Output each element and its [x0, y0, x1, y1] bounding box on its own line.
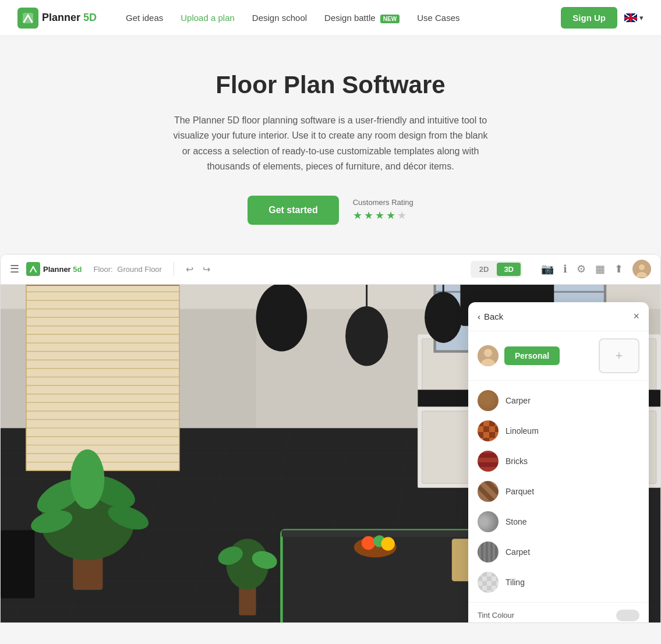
logo-text: Planner 5D	[42, 12, 97, 24]
material-panel: ‹ Back × Personal +	[468, 302, 649, 622]
svg-point-78	[70, 449, 104, 508]
undo-button[interactable]: ↩	[183, 261, 196, 277]
svg-point-89	[362, 536, 375, 549]
lang-chevron-icon: ▾	[639, 13, 644, 22]
navbar: Planner 5D Get ideas Upload a plan Desig…	[0, 0, 661, 36]
material-name: Parquet	[506, 487, 534, 496]
svg-rect-53	[26, 285, 179, 286]
panel-header: ‹ Back ×	[468, 302, 649, 331]
panel-close-button[interactable]: ×	[633, 310, 639, 323]
material-item[interactable]: Linoleum	[468, 416, 649, 446]
nav-use-cases[interactable]: Use Cases	[417, 13, 459, 23]
material-name: Carpet	[506, 547, 530, 557]
tint-label: Tint Colour	[478, 611, 514, 620]
info-icon[interactable]: ℹ	[563, 263, 567, 275]
material-item[interactable]: Tiling	[468, 567, 649, 597]
star-5: ★	[397, 209, 407, 222]
material-swatch	[478, 390, 499, 411]
star-4: ★	[386, 209, 395, 222]
hero-description: The Planner 5D floor planning software i…	[174, 113, 488, 175]
undo-redo-group: ↩ ↪	[183, 261, 213, 277]
app-logo-text: Planner 5d	[43, 265, 82, 274]
svg-point-69	[256, 285, 307, 352]
material-name: Stone	[506, 517, 527, 526]
user-avatar-toolbar[interactable]	[632, 260, 651, 278]
app-logo: Planner 5d	[26, 262, 82, 276]
svg-point-113	[484, 349, 492, 357]
material-swatch	[478, 451, 499, 472]
material-item[interactable]: Fabrick	[468, 597, 649, 602]
settings-icon[interactable]: ⚙	[577, 263, 586, 275]
svg-rect-30	[26, 285, 179, 470]
stats-icon[interactable]: ▦	[595, 263, 605, 275]
svg-point-91	[381, 537, 394, 550]
chevron-left-icon: ‹	[478, 312, 480, 321]
material-item[interactable]: Carpet	[468, 537, 649, 567]
nav-get-ideas[interactable]: Get ideas	[126, 13, 163, 23]
nav-right: Sign Up ▾	[561, 7, 644, 29]
panel-user-avatar	[478, 345, 499, 366]
svg-point-2	[639, 264, 645, 270]
material-item[interactable]: Stone	[468, 507, 649, 537]
personal-button[interactable]: Personal	[504, 346, 560, 365]
logo[interactable]: Planner 5D	[17, 8, 97, 29]
camera-icon[interactable]: 📷	[541, 263, 554, 275]
material-swatch	[478, 481, 499, 502]
add-material-button[interactable]: +	[599, 338, 639, 373]
view-toggle: 2D 3D	[471, 261, 522, 278]
app-mockup: ☰ Planner 5d Floor: Ground Floor ↩ ↪ 2D …	[0, 254, 661, 623]
material-list: CarperLinoleumBricksParquetStoneCarpetTi…	[468, 381, 649, 602]
toolbar-divider	[174, 262, 174, 276]
floor-label: Floor: Ground Floor	[93, 265, 164, 274]
toolbar-right: 📷 ℹ ⚙ ▦ ⬆	[541, 260, 651, 278]
material-name: Linoleum	[506, 426, 539, 436]
rating-block: Customers Rating ★ ★ ★ ★ ★	[353, 198, 413, 222]
material-name: Bricks	[506, 457, 528, 466]
star-rating: ★ ★ ★ ★ ★	[353, 209, 407, 222]
material-name: Carper	[506, 396, 531, 405]
svg-point-73	[425, 292, 462, 343]
new-badge: NEW	[380, 15, 400, 23]
material-swatch	[478, 511, 499, 532]
svg-rect-104	[1, 530, 34, 598]
redo-button[interactable]: ↪	[200, 261, 213, 277]
material-swatch	[478, 420, 499, 441]
panel-bottom: Tint Colour Texture Scale 100%	[468, 602, 649, 622]
signup-button[interactable]: Sign Up	[561, 7, 617, 29]
app-toolbar: ☰ Planner 5d Floor: Ground Floor ↩ ↪ 2D …	[1, 254, 660, 285]
menu-icon[interactable]: ☰	[10, 263, 19, 275]
tint-colour-row: Tint Colour	[478, 610, 639, 621]
star-3: ★	[375, 209, 384, 222]
share-icon[interactable]: ⬆	[614, 263, 623, 275]
tint-toggle[interactable]	[616, 610, 639, 621]
rating-label: Customers Rating	[353, 198, 413, 207]
material-name: Tiling	[506, 578, 525, 587]
panel-back-button[interactable]: ‹ Back	[478, 312, 503, 321]
get-started-button[interactable]: Get started	[248, 196, 338, 225]
material-item[interactable]: Carper	[468, 385, 649, 416]
nav-design-school[interactable]: Design school	[252, 13, 307, 23]
material-item[interactable]: Parquet	[468, 476, 649, 507]
material-swatch	[478, 572, 499, 593]
hero-cta: Get started Customers Rating ★ ★ ★ ★ ★	[12, 196, 649, 225]
view-3d-button[interactable]: 3D	[497, 263, 521, 276]
nav-design-battle[interactable]: Design battle NEW	[324, 13, 400, 23]
material-item[interactable]: Bricks	[468, 446, 649, 476]
material-swatch	[478, 542, 499, 562]
svg-point-71	[345, 306, 388, 366]
panel-user-row: Personal +	[468, 331, 649, 381]
app-logo-icon	[26, 262, 40, 276]
hero-section: Floor Plan Software The Planner 5D floor…	[0, 36, 661, 248]
view-2d-button[interactable]: 2D	[472, 263, 496, 276]
hero-title: Floor Plan Software	[12, 71, 649, 99]
star-1: ★	[353, 209, 362, 222]
star-2: ★	[364, 209, 373, 222]
nav-upload-plan[interactable]: Upload a plan	[181, 13, 235, 23]
scene-container: ‹ Back × Personal +	[1, 285, 660, 622]
language-selector[interactable]: ▾	[624, 13, 644, 22]
logo-icon	[17, 8, 38, 29]
